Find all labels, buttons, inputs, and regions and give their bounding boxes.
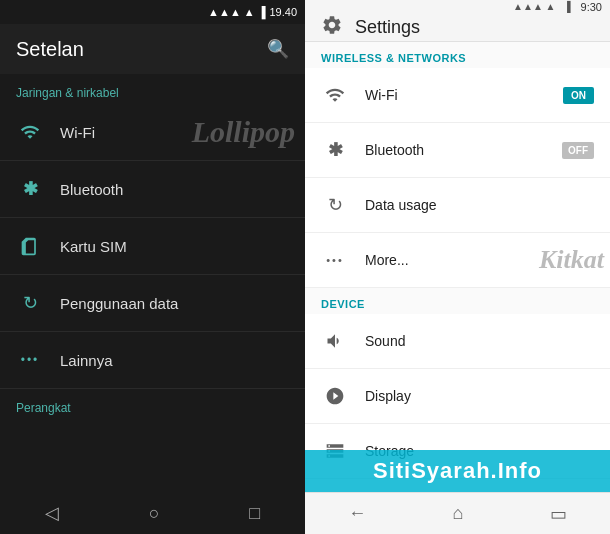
right-nav-bar: ← ⌂ ▭ bbox=[305, 492, 610, 534]
left-nav-bar: ◁ ○ □ bbox=[0, 492, 305, 534]
left-item-wifi[interactable]: Wi-Fi Lollipop bbox=[0, 104, 305, 161]
sim-label: Kartu SIM bbox=[60, 238, 127, 255]
sim-icon bbox=[16, 232, 44, 260]
bluetooth-label-right: Bluetooth bbox=[365, 142, 562, 158]
bluetooth-label: Bluetooth bbox=[60, 181, 123, 198]
status-bar-left: ▲▲▲ ▲ ▐ 19.40 bbox=[0, 0, 305, 24]
wifi-signal-icon: ▲ bbox=[244, 6, 255, 18]
left-header: Setelan 🔍 bbox=[0, 24, 305, 74]
left-item-more[interactable]: ••• Lainnya bbox=[0, 332, 305, 389]
wifi-toggle[interactable]: ON bbox=[563, 87, 594, 104]
wifi-label: Wi-Fi bbox=[60, 124, 95, 141]
more-icon: ••• bbox=[16, 346, 44, 374]
left-panel: ▲▲▲ ▲ ▐ 19.40 Setelan 🔍 Jaringan & nirka… bbox=[0, 0, 305, 534]
right-item-sound[interactable]: Sound bbox=[305, 314, 610, 369]
data-label: Penggunaan data bbox=[60, 295, 178, 312]
battery-icon-right: ▐ bbox=[563, 1, 570, 12]
right-header: Settings bbox=[305, 13, 610, 42]
right-item-more[interactable]: ••• More... Kitkat bbox=[305, 233, 610, 288]
status-bar-right: ▲▲▲ ▲ ▐ 9:30 bbox=[305, 0, 610, 13]
wireless-section-header: WIRELESS & NETWORKS bbox=[305, 42, 610, 68]
bluetooth-icon-right: ✱ bbox=[321, 136, 349, 164]
display-icon bbox=[321, 382, 349, 410]
data-usage-icon: ↻ bbox=[16, 289, 44, 317]
right-time: 9:30 bbox=[581, 1, 602, 13]
home-button-right[interactable]: ⌂ bbox=[453, 503, 464, 524]
bluetooth-icon: ✱ bbox=[16, 175, 44, 203]
section-header-device-left: Perangkat bbox=[0, 389, 305, 419]
right-item-data[interactable]: ↻ Data usage bbox=[305, 178, 610, 233]
watermark: SitiSyarah.Info bbox=[305, 450, 610, 492]
signal-icons: ▲▲▲ ▲ ▐ bbox=[208, 6, 265, 18]
sound-label: Sound bbox=[365, 333, 594, 349]
sound-icon bbox=[321, 327, 349, 355]
more-label-right: More... bbox=[365, 252, 594, 268]
signal-strength-icon: ▲▲▲ bbox=[208, 6, 241, 18]
right-panel: ▲▲▲ ▲ ▐ 9:30 Settings WIRELESS & NETWORK… bbox=[305, 0, 610, 534]
display-label: Display bbox=[365, 388, 594, 404]
battery-icon: ▐ bbox=[258, 6, 266, 18]
gear-icon bbox=[321, 14, 343, 41]
signal-icons-right: ▲▲▲ ▲ bbox=[513, 1, 555, 12]
data-label-right: Data usage bbox=[365, 197, 594, 213]
wifi-icon-right bbox=[321, 81, 349, 109]
left-title: Setelan bbox=[16, 38, 84, 61]
right-title: Settings bbox=[355, 17, 420, 38]
wifi-icon bbox=[16, 118, 44, 146]
right-item-display[interactable]: Display bbox=[305, 369, 610, 424]
recents-button-left[interactable]: □ bbox=[249, 503, 260, 524]
left-time: 19.40 bbox=[269, 6, 297, 18]
more-icon-right: ••• bbox=[321, 246, 349, 274]
back-button-right[interactable]: ← bbox=[348, 503, 366, 524]
right-item-bluetooth[interactable]: ✱ Bluetooth OFF bbox=[305, 123, 610, 178]
recents-button-right[interactable]: ▭ bbox=[550, 503, 567, 525]
lollipop-brand: Lollipop bbox=[192, 115, 295, 149]
search-icon[interactable]: 🔍 bbox=[267, 38, 289, 60]
left-item-sim[interactable]: Kartu SIM bbox=[0, 218, 305, 275]
data-icon-right: ↻ bbox=[321, 191, 349, 219]
home-button-left[interactable]: ○ bbox=[149, 503, 160, 524]
section-header-network: Jaringan & nirkabel bbox=[0, 74, 305, 104]
left-item-data[interactable]: ↻ Penggunaan data bbox=[0, 275, 305, 332]
left-item-bluetooth[interactable]: ✱ Bluetooth bbox=[0, 161, 305, 218]
more-label: Lainnya bbox=[60, 352, 113, 369]
device-section-header: DEVICE bbox=[305, 288, 610, 314]
wifi-label-right: Wi-Fi bbox=[365, 87, 563, 103]
right-item-wifi[interactable]: Wi-Fi ON bbox=[305, 68, 610, 123]
bluetooth-toggle[interactable]: OFF bbox=[562, 142, 594, 159]
back-button-left[interactable]: ◁ bbox=[45, 502, 59, 524]
